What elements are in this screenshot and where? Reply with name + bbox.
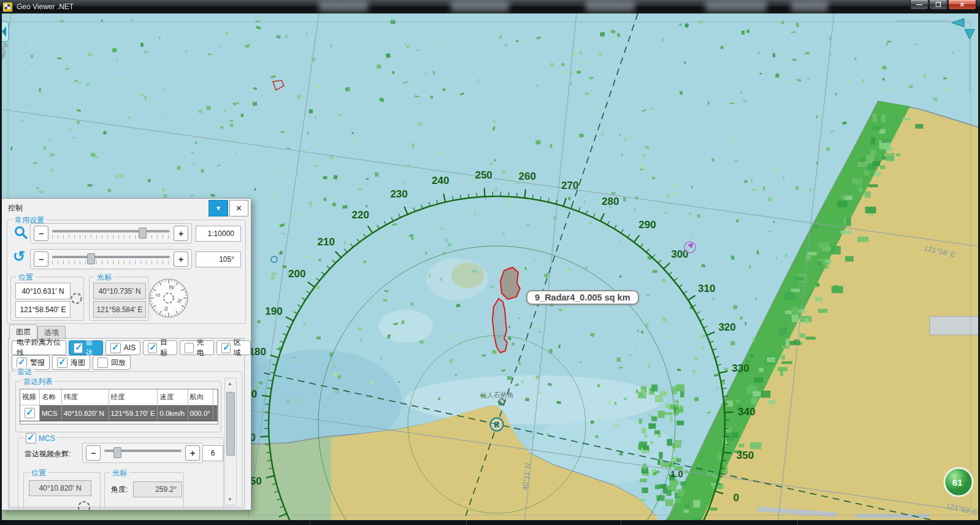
angle-value: 259.2° xyxy=(133,481,182,497)
svg-text:1.0: 1.0 xyxy=(670,469,683,479)
checkbox-icon xyxy=(98,358,108,368)
svg-text:290: 290 xyxy=(638,219,656,231)
app-window: 40°9' N40°11' N121°58' E121°59' E 150160… xyxy=(0,0,980,525)
layer-toggle-radar[interactable]: 雷达 xyxy=(69,340,103,355)
layer-toggle-playback[interactable]: 回放 xyxy=(93,355,131,370)
afterglow-slider-track[interactable] xyxy=(103,446,183,460)
shoal xyxy=(451,262,484,288)
rotation-plus-button[interactable]: + xyxy=(174,251,188,267)
layer-toggle-area[interactable]: 区域 xyxy=(216,340,251,355)
zoom-icon xyxy=(14,226,28,239)
table-row[interactable]: MCS 40°10.820' N 121°59.170' E 0.0km/h 0… xyxy=(20,405,218,421)
group-label: 雷达列表 xyxy=(21,377,55,387)
group-label: 雷达 xyxy=(15,367,34,377)
afterglow-label: 雷达视频余辉: xyxy=(25,449,71,459)
panel-titlebar[interactable]: 控制 ▼ ✕ xyxy=(2,199,251,216)
layer-toggle-target[interactable]: 目标 xyxy=(143,340,177,355)
svg-text:250: 250 xyxy=(475,169,492,181)
svg-text:仙人石桥角: 仙人石桥角 xyxy=(480,391,514,399)
checkbox-icon xyxy=(17,358,27,368)
group-label: 位置 xyxy=(29,468,48,478)
rotate-icon: ↺ xyxy=(13,248,25,265)
afterglow-slider[interactable]: − + xyxy=(82,443,204,463)
window-titlebar[interactable]: Geo Viewer .NET — ❐ ✕ xyxy=(0,0,980,13)
minimize-button[interactable]: — xyxy=(910,0,928,10)
rotation-slider[interactable]: − + xyxy=(30,249,192,269)
layer-toggle-ais[interactable]: AIS xyxy=(105,340,140,355)
cursor-lat-field: 40°10.735' N xyxy=(93,283,146,299)
rotation-minus-button[interactable]: − xyxy=(34,251,48,267)
close-button[interactable]: ✕ xyxy=(948,0,976,10)
svg-text:340: 340 xyxy=(738,406,755,418)
afterglow-slider-thumb[interactable] xyxy=(113,447,121,458)
ebl-button[interactable]: 电子距离方位线 xyxy=(12,340,66,355)
svg-text:220: 220 xyxy=(352,209,369,221)
layer-toggle-photoelectric[interactable]: 光电 xyxy=(180,340,214,355)
svg-text:190: 190 xyxy=(265,305,282,317)
rotation-value[interactable]: 105° xyxy=(196,251,241,267)
zoom-slider-track[interactable] xyxy=(51,227,171,240)
radar-contact[interactable] xyxy=(500,267,520,299)
scale-value[interactable]: 1:10000 xyxy=(196,226,241,242)
svg-text:270: 270 xyxy=(561,180,578,191)
mcs-cursor-group: 光标 角度: 259.2° xyxy=(104,472,184,510)
position-group: 位置 40°10.631' N 121°58.540' E xyxy=(10,277,84,321)
group-label: MCS xyxy=(23,433,58,443)
checkbox-icon xyxy=(110,343,121,353)
group-label: 光标 xyxy=(94,272,114,283)
mcs-group: MCS 雷达视频余辉: − + 6 位置 40°10.820' N 光标 xyxy=(18,437,224,510)
shallow-water-patch xyxy=(405,375,662,424)
zoom-slider-thumb[interactable] xyxy=(139,228,147,239)
restore-button[interactable]: ❐ xyxy=(929,0,947,10)
checkbox-icon xyxy=(57,358,67,368)
app-icon xyxy=(2,2,13,12)
svg-text:240: 240 xyxy=(432,175,449,186)
zoom-plus-button[interactable]: + xyxy=(174,226,188,241)
cursor-group: 光标 40°10.735' N 121°58.584' E xyxy=(89,277,149,321)
cursor-lon-field: 121°58.584' E xyxy=(93,301,146,318)
afterglow-value[interactable]: 6 xyxy=(202,445,223,461)
checkbox-icon xyxy=(185,343,194,353)
scroll-down-arrow[interactable]: ▼ xyxy=(226,495,234,504)
svg-text:R: R xyxy=(494,420,500,429)
window-title: Geo Viewer .NET xyxy=(17,2,74,11)
afterglow-plus-button[interactable]: + xyxy=(185,445,200,461)
svg-text:330: 330 xyxy=(732,362,749,374)
group-label: 位置 xyxy=(16,272,36,283)
panel-dropdown-button[interactable]: ▼ xyxy=(209,200,228,217)
mcs-checkbox[interactable] xyxy=(26,433,36,443)
svg-text:280: 280 xyxy=(602,196,619,207)
rotation-slider-track[interactable] xyxy=(51,253,171,266)
rotation-slider-thumb[interactable] xyxy=(87,253,95,264)
center-position-icon[interactable] xyxy=(77,500,91,510)
svg-text:350: 350 xyxy=(737,450,754,461)
panel-close-button[interactable]: ✕ xyxy=(229,200,248,217)
checkbox-icon xyxy=(221,343,231,353)
scroll-up-arrow[interactable]: ▲ xyxy=(226,379,234,388)
control-panel[interactable]: 控制 ▼ ✕ 常用设置 − + 1:10000 ↺ − xyxy=(1,198,251,510)
svg-text:210: 210 xyxy=(318,236,335,248)
zoom-slider[interactable]: − + xyxy=(30,223,192,243)
compass-dial[interactable]: NESW xyxy=(148,277,189,319)
radar-table[interactable]: 视频 名称 纬度 经度 速度 航向 MCS 40°10.820' N 121°5… xyxy=(20,389,218,424)
svg-text:310: 310 xyxy=(698,283,715,294)
layer-toggle-chart[interactable]: 海图 xyxy=(52,355,90,370)
zoom-minus-button[interactable]: − xyxy=(34,226,48,241)
position-lon-field[interactable]: 121°58.540' E xyxy=(15,301,71,318)
radar-scrollbar[interactable]: ▲ ▼ xyxy=(224,378,237,505)
panel-title: 控制 xyxy=(8,203,23,213)
radar-contact-tooltip: 9_Radar4_0.005 sq km xyxy=(526,290,639,305)
position-lat-field[interactable]: 40°10.631' N xyxy=(15,283,71,299)
video-checkbox[interactable] xyxy=(25,408,35,418)
checkbox-icon xyxy=(74,343,83,353)
table-header-row: 视频 名称 纬度 经度 速度 航向 xyxy=(20,389,218,405)
center-position-icon[interactable] xyxy=(70,292,83,305)
tab-layers[interactable]: 图层 xyxy=(9,324,37,339)
window-border-bottom xyxy=(0,520,980,525)
afterglow-minus-button[interactable]: − xyxy=(86,445,101,461)
svg-text:61: 61 xyxy=(952,477,963,488)
svg-text:230: 230 xyxy=(390,188,407,200)
scroll-thumb[interactable] xyxy=(226,392,235,456)
window-border-left xyxy=(0,13,2,520)
svg-text:0: 0 xyxy=(733,492,738,504)
